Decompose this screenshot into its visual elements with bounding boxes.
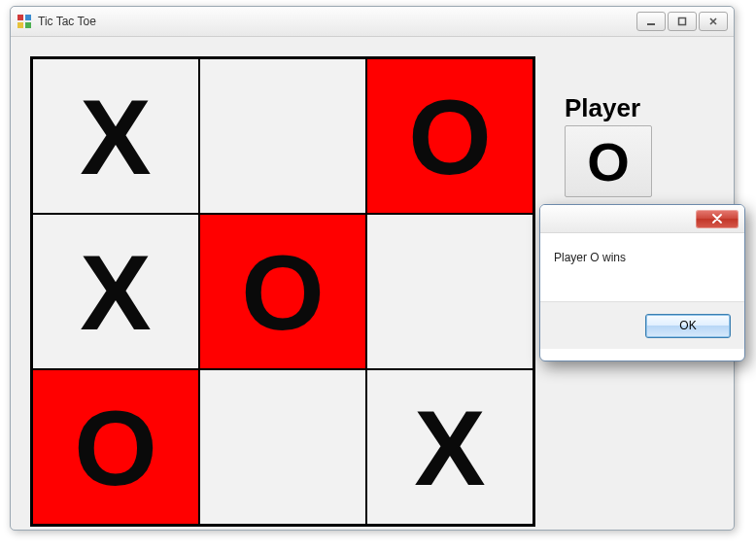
cell-1-1[interactable]: O bbox=[199, 214, 366, 369]
current-player-indicator[interactable]: O bbox=[565, 125, 652, 197]
cell-1-0[interactable]: X bbox=[32, 214, 199, 369]
svg-rect-1 bbox=[25, 15, 31, 20]
cell-0-0[interactable]: X bbox=[32, 58, 199, 214]
svg-rect-4 bbox=[647, 23, 655, 25]
player-label: Player bbox=[565, 93, 701, 123]
message-dialog: Player O wins OK bbox=[539, 204, 745, 361]
game-board: X O X O O X bbox=[30, 56, 535, 527]
titlebar: Tic Tac Toe bbox=[11, 7, 734, 37]
close-button[interactable] bbox=[699, 12, 728, 31]
dialog-footer: OK bbox=[540, 301, 744, 349]
maximize-button[interactable] bbox=[668, 12, 697, 31]
app-icon bbox=[17, 14, 32, 29]
svg-rect-2 bbox=[17, 22, 23, 28]
dialog-message: Player O wins bbox=[540, 233, 744, 301]
player-panel: Player O bbox=[555, 93, 701, 197]
svg-rect-0 bbox=[17, 15, 23, 20]
cell-2-0[interactable]: O bbox=[32, 369, 199, 525]
dialog-titlebar bbox=[540, 205, 744, 233]
window-controls bbox=[636, 12, 728, 31]
cell-2-2[interactable]: X bbox=[366, 369, 533, 525]
svg-rect-5 bbox=[679, 18, 686, 25]
minimize-button[interactable] bbox=[636, 12, 666, 31]
cell-0-1[interactable] bbox=[199, 58, 366, 214]
cell-0-2[interactable]: O bbox=[366, 58, 533, 214]
dialog-close-button[interactable] bbox=[696, 210, 739, 228]
ok-button[interactable]: OK bbox=[645, 314, 731, 338]
cell-2-1[interactable] bbox=[199, 369, 366, 525]
svg-rect-3 bbox=[25, 22, 31, 28]
cell-1-2[interactable] bbox=[366, 214, 533, 369]
window-title: Tic Tac Toe bbox=[38, 15, 96, 28]
